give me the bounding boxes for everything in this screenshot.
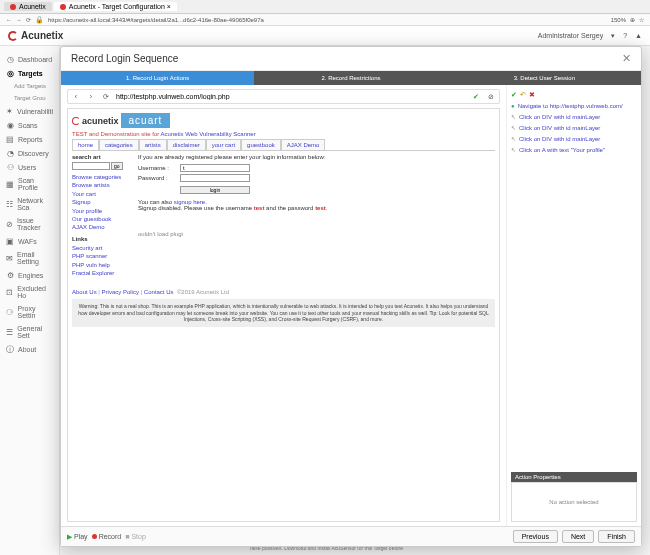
recorded-action[interactable]: ↖Click on DIV with id mainLayer bbox=[511, 133, 637, 144]
sidebar-item-dashboard[interactable]: ◷Dashboard bbox=[0, 52, 59, 66]
inner-nav-link[interactable]: Your cart bbox=[72, 190, 132, 198]
recorded-action[interactable]: ↖Click on A with text "Your profile" bbox=[511, 144, 637, 155]
sidebar-item-network-sca[interactable]: ☷Network Sca bbox=[0, 194, 59, 214]
browser-tab-active[interactable]: Acunetix - Target Configuration × bbox=[54, 2, 177, 11]
plugin-error: ouldn't load plugi bbox=[138, 231, 495, 237]
play-button[interactable]: ▶Play bbox=[67, 533, 88, 541]
inner-tab-categories[interactable]: categories bbox=[99, 139, 139, 150]
wizard-step-3[interactable]: 3. Detect User Session bbox=[448, 71, 641, 85]
recorder-url-input[interactable] bbox=[115, 92, 467, 101]
restrict-icon[interactable]: ⊘ bbox=[485, 93, 497, 101]
recorded-action[interactable]: ↖Click on DIV with id mainLayer bbox=[511, 111, 637, 122]
sidebar-sub-item[interactable]: Target Grou bbox=[0, 92, 59, 104]
sidebar-item-targets[interactable]: ◎Targets bbox=[0, 66, 59, 80]
star-icon[interactable]: ☆ bbox=[639, 16, 644, 23]
chevron-down-icon[interactable]: ▾ bbox=[611, 32, 615, 40]
inner-nav-link[interactable]: PHP vuln help bbox=[72, 261, 132, 269]
inner-nav-link[interactable]: Our guestbook bbox=[72, 215, 132, 223]
privacy-link[interactable]: Privacy Policy bbox=[102, 289, 139, 295]
previous-button[interactable]: Previous bbox=[513, 530, 558, 543]
sidebar-icon: ☰ bbox=[6, 328, 13, 336]
reload-icon[interactable]: ⟳ bbox=[26, 16, 31, 23]
next-button[interactable]: Next bbox=[562, 530, 594, 543]
forward-icon[interactable]: → bbox=[16, 17, 22, 23]
sidebar-item-excluded-ho[interactable]: ⊡Excluded Ho bbox=[0, 282, 59, 302]
inner-subtitle-link[interactable]: Acunetix Web Vulnerability Scanner bbox=[161, 131, 256, 137]
inner-nav-link[interactable]: Browse categories bbox=[72, 173, 132, 181]
inner-tab-home[interactable]: home bbox=[72, 139, 99, 150]
check-icon[interactable]: ✔ bbox=[470, 93, 482, 101]
cursor-icon: ↖ bbox=[511, 113, 516, 120]
password-input[interactable] bbox=[180, 174, 250, 182]
sidebar-item-email-setting[interactable]: ✉Email Setting bbox=[0, 248, 59, 268]
sidebar-item-scans[interactable]: ◉Scans bbox=[0, 118, 59, 132]
app-logo: Acunetix bbox=[8, 30, 63, 41]
inner-tab-guestbook[interactable]: guestbook bbox=[241, 139, 281, 150]
lock-icon: 🔒 bbox=[35, 16, 44, 24]
about-link[interactable]: About Us bbox=[72, 289, 97, 295]
inner-nav-link[interactable]: AJAX Demo bbox=[72, 223, 132, 231]
check-icon[interactable]: ✔ bbox=[511, 91, 517, 99]
sidebar-item-wafs[interactable]: ▣WAFs bbox=[0, 234, 59, 248]
undo-icon[interactable]: ↶ bbox=[520, 91, 526, 99]
wizard-step-1[interactable]: 1. Record Login Actions bbox=[61, 71, 254, 85]
delete-icon[interactable]: ✖ bbox=[529, 91, 535, 99]
help-icon[interactable]: ? bbox=[623, 32, 627, 39]
action-text: Click on DIV with id mainLayer bbox=[519, 125, 600, 131]
sidebar-sub-item[interactable]: Add Targets bbox=[0, 80, 59, 92]
sidebar-item-general-sett[interactable]: ☰General Sett bbox=[0, 322, 59, 342]
action-props-body: No action selected bbox=[511, 482, 637, 522]
browser-tab-bar: Acunetix Acunetix - Target Configuration… bbox=[0, 0, 650, 14]
record-button[interactable]: Record bbox=[92, 533, 122, 541]
inner-nav-link[interactable]: Security art bbox=[72, 244, 132, 252]
inner-tab-AJAX-Demo[interactable]: AJAX Demo bbox=[281, 139, 326, 150]
sidebar-item-issue-tracker[interactable]: ⊘Issue Tracker bbox=[0, 214, 59, 234]
recorded-action[interactable]: ↖Click on DIV with id mainLayer bbox=[511, 122, 637, 133]
zoom-icon[interactable]: ⊕ bbox=[630, 16, 635, 23]
finish-button[interactable]: Finish bbox=[598, 530, 635, 543]
contact-link[interactable]: Contact Us bbox=[144, 289, 174, 295]
sidebar-label: Users bbox=[18, 164, 36, 171]
sidebar-item-vulnerabiliti[interactable]: ✶Vulnerabiliti bbox=[0, 104, 59, 118]
record-icon bbox=[92, 534, 97, 539]
sidebar-item-discovery[interactable]: ◔Discovery bbox=[0, 146, 59, 160]
inner-nav-link[interactable]: Signup bbox=[72, 198, 132, 206]
username-input[interactable] bbox=[180, 164, 250, 172]
browser-url-text[interactable]: https://acunetix-all.local:3443/#/target… bbox=[48, 17, 607, 23]
inner-nav-link[interactable]: Fractal Explorer bbox=[72, 269, 132, 277]
inner-nav-link[interactable]: Your profile bbox=[72, 207, 132, 215]
sidebar-item-proxy-settin[interactable]: ⚆Proxy Settin bbox=[0, 302, 59, 322]
back-icon[interactable]: ← bbox=[6, 17, 12, 23]
inner-nav-link[interactable]: PHP scanner bbox=[72, 252, 132, 260]
login-button[interactable]: login bbox=[180, 186, 250, 194]
action-text: Click on DIV with id mainLayer bbox=[519, 136, 600, 142]
recorded-action[interactable]: ●Navigate to http://testphp.vulnweb.com/ bbox=[511, 101, 637, 111]
inner-tab-disclaimer[interactable]: disclaimer bbox=[167, 139, 206, 150]
tab-label: Acunetix bbox=[19, 3, 46, 10]
nav-reload-icon[interactable]: ⟳ bbox=[100, 93, 112, 101]
modal-title: Record Login Sequence bbox=[71, 53, 178, 64]
sidebar-item-engines[interactable]: ⚙Engines bbox=[0, 268, 59, 282]
nav-back-icon[interactable]: ‹ bbox=[70, 93, 82, 100]
sidebar-item-reports[interactable]: ▤Reports bbox=[0, 132, 59, 146]
cursor-icon: ↖ bbox=[511, 146, 516, 153]
sidebar-icon: ⚇ bbox=[6, 163, 14, 171]
sidebar-item-users[interactable]: ⚇Users bbox=[0, 160, 59, 174]
search-input[interactable] bbox=[72, 162, 110, 170]
user-name[interactable]: Administrator Sergey bbox=[538, 32, 603, 39]
stop-button[interactable]: ■Stop bbox=[125, 533, 146, 541]
wizard-step-2[interactable]: 2. Record Restrictions bbox=[254, 71, 447, 85]
browser-tab[interactable]: Acunetix bbox=[4, 2, 52, 11]
inner-nav-link[interactable]: Browse artists bbox=[72, 181, 132, 189]
bell-icon[interactable]: ▲ bbox=[635, 32, 642, 39]
inner-tab-your-cart[interactable]: your cart bbox=[206, 139, 241, 150]
close-icon[interactable]: ✕ bbox=[622, 52, 631, 65]
sidebar-icon: ⊡ bbox=[6, 288, 13, 296]
sidebar-label: Scans bbox=[18, 122, 37, 129]
nav-forward-icon[interactable]: › bbox=[85, 93, 97, 100]
acuart-badge: acuart bbox=[121, 113, 171, 128]
inner-tab-artists[interactable]: artists bbox=[139, 139, 167, 150]
sidebar-item-about[interactable]: ⓘAbout bbox=[0, 342, 59, 356]
sidebar-item-scan-profile[interactable]: ▦Scan Profile bbox=[0, 174, 59, 194]
search-go-button[interactable]: go bbox=[111, 162, 123, 170]
